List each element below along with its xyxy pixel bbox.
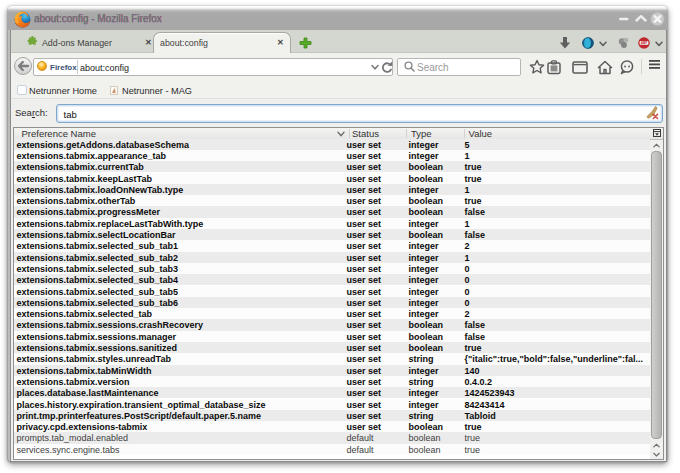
svg-text:ABP: ABP	[641, 41, 647, 45]
